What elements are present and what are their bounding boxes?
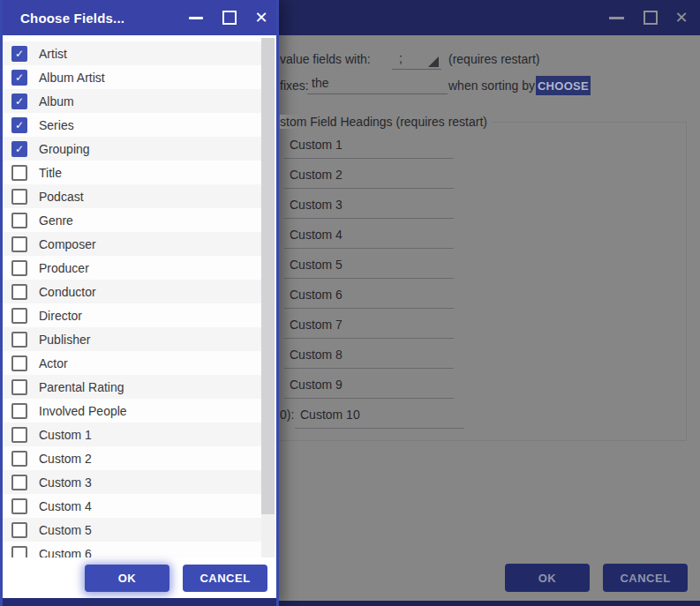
- checked-checkbox-icon[interactable]: ✓: [11, 70, 27, 86]
- field-row-custom-4[interactable]: Custom 4: [3, 494, 276, 518]
- field-row-custom-2[interactable]: Custom 2: [3, 446, 276, 470]
- unchecked-checkbox-icon[interactable]: [11, 546, 27, 558]
- options-cancel-button[interactable]: CANCEL: [603, 564, 688, 592]
- custom-field-input-5[interactable]: Custom 5: [284, 255, 454, 279]
- field-row-custom-1[interactable]: Custom 1: [3, 423, 276, 446]
- field-row-custom-6[interactable]: Custom 6: [3, 542, 276, 557]
- dialog-footer: OK CANCEL: [3, 557, 276, 598]
- unchecked-checkbox-icon[interactable]: [11, 475, 27, 490]
- field-row-publisher[interactable]: Publisher: [3, 327, 276, 351]
- unchecked-checkbox-icon[interactable]: [11, 260, 27, 276]
- choose-button[interactable]: CHOOSE: [536, 76, 591, 95]
- unchecked-checkbox-icon[interactable]: [11, 451, 27, 467]
- dialog-title: Choose Fields...: [20, 0, 124, 35]
- custom-field-input-1[interactable]: Custom 1: [284, 135, 454, 159]
- unchecked-checkbox-icon[interactable]: [11, 355, 27, 371]
- custom-field-input-10[interactable]: Custom 10: [295, 405, 464, 429]
- field-row-podcast[interactable]: Podcast: [3, 184, 276, 208]
- field-label: Title: [39, 166, 62, 180]
- field-row-grouping[interactable]: ✓Grouping: [3, 137, 276, 161]
- dialog-maximize-button[interactable]: [220, 0, 239, 35]
- checked-checkbox-icon[interactable]: ✓: [11, 117, 27, 133]
- unchecked-checkbox-icon[interactable]: [11, 189, 27, 205]
- field-label: Publisher: [39, 333, 90, 347]
- when-sorting-by-label: when sorting by: [448, 79, 535, 93]
- field-row-album[interactable]: ✓Album: [3, 89, 276, 113]
- custom-field-input-9[interactable]: Custom 9: [284, 375, 454, 399]
- cancel-button[interactable]: CANCEL: [183, 565, 267, 592]
- close-icon: ✕: [254, 8, 267, 27]
- field-row-series[interactable]: ✓Series: [3, 113, 276, 137]
- field-label: Custom 4: [39, 499, 92, 513]
- custom-field-input-3[interactable]: Custom 3: [284, 195, 454, 219]
- field-label: Custom 3: [39, 475, 92, 490]
- unchecked-checkbox-icon[interactable]: [11, 308, 27, 324]
- separator-restart-note: (requires restart): [448, 52, 539, 66]
- dialog-close-button[interactable]: ✕: [251, 0, 272, 35]
- options-ok-button[interactable]: OK: [505, 564, 590, 592]
- field-list: ✓Artist✓Album Artist✓Album✓Series✓Groupi…: [3, 35, 276, 557]
- dialog-right-border: [276, 0, 279, 606]
- maximize-icon: [222, 11, 237, 25]
- unchecked-checkbox-icon[interactable]: [11, 284, 27, 300]
- separator-dropdown-value[interactable]: ;: [399, 51, 403, 65]
- field-label: Parental Rating: [39, 380, 124, 394]
- unchecked-checkbox-icon[interactable]: [11, 498, 27, 514]
- custom-field-input-7[interactable]: Custom 7: [284, 315, 454, 339]
- field-row-composer[interactable]: Composer: [3, 232, 276, 256]
- screen: ✕ value fields with: ; (requires restart…: [0, 0, 700, 606]
- field-row-title[interactable]: Title: [3, 161, 276, 184]
- checked-checkbox-icon[interactable]: ✓: [11, 94, 27, 109]
- unchecked-checkbox-icon[interactable]: [11, 332, 27, 348]
- field-row-conductor[interactable]: Conductor: [3, 280, 276, 303]
- scrollbar-thumb[interactable]: [261, 38, 275, 514]
- field-row-genre[interactable]: Genre: [3, 208, 276, 232]
- field-label: Artist: [39, 47, 67, 61]
- minimize-icon: [609, 17, 624, 19]
- field-label: Conductor: [39, 285, 96, 299]
- field-row-artist[interactable]: ✓Artist: [3, 41, 276, 65]
- field-label: Series: [39, 118, 74, 132]
- dropdown-arrow-icon[interactable]: [428, 56, 439, 67]
- checked-checkbox-icon[interactable]: ✓: [11, 46, 27, 62]
- unchecked-checkbox-icon[interactable]: [11, 403, 27, 419]
- field-row-custom-3[interactable]: Custom 3: [3, 470, 276, 494]
- prefix-input[interactable]: the: [307, 76, 448, 94]
- field-row-actor[interactable]: Actor: [3, 351, 276, 375]
- field-row-director[interactable]: Director: [3, 303, 276, 327]
- field-label: Custom 6: [39, 547, 92, 558]
- list-scrollbar[interactable]: [261, 38, 275, 557]
- dialog-minimize-button[interactable]: [186, 0, 206, 35]
- field-label: Actor: [39, 356, 68, 370]
- custom-field-input-2[interactable]: Custom 2: [284, 165, 454, 189]
- options-close-button[interactable]: ✕: [671, 0, 692, 35]
- unchecked-checkbox-icon[interactable]: [11, 165, 27, 181]
- custom-field-input-8[interactable]: Custom 8: [284, 345, 454, 369]
- field-label: Custom 5: [39, 523, 92, 537]
- field-row-album-artist[interactable]: ✓Album Artist: [3, 65, 276, 89]
- unchecked-checkbox-icon[interactable]: [11, 379, 27, 395]
- separator-label-fragment: value fields with:: [280, 52, 371, 66]
- choose-fields-dialog: Choose Fields... ✕ ✓Artist✓Album Artist✓…: [0, 0, 279, 606]
- field-label: Director: [39, 309, 82, 323]
- field-row-producer[interactable]: Producer: [3, 256, 276, 280]
- ok-button[interactable]: OK: [85, 565, 169, 592]
- unchecked-checkbox-icon[interactable]: [11, 213, 27, 228]
- unchecked-checkbox-icon[interactable]: [11, 236, 27, 252]
- custom-field-input-6[interactable]: Custom 6: [284, 285, 454, 309]
- unchecked-checkbox-icon[interactable]: [11, 522, 27, 538]
- field-row-parental-rating[interactable]: Parental Rating: [3, 375, 276, 399]
- groupbox-title-fragment: stom Field Headings (requires restart): [280, 115, 491, 129]
- field-row-involved-people[interactable]: Involved People: [3, 399, 276, 423]
- field-row-custom-5[interactable]: Custom 5: [3, 518, 276, 542]
- custom10-label-fragment: 0):: [280, 408, 294, 422]
- custom-field-input-4[interactable]: Custom 4: [284, 225, 454, 249]
- field-label: Album Artist: [39, 71, 105, 85]
- checked-checkbox-icon[interactable]: ✓: [11, 141, 27, 157]
- unchecked-checkbox-icon[interactable]: [11, 427, 27, 443]
- separator-dropdown-underline: [392, 69, 441, 70]
- options-minimize-button[interactable]: [606, 0, 626, 35]
- field-label: Album: [39, 94, 74, 108]
- close-icon: ✕: [674, 8, 688, 27]
- options-maximize-button[interactable]: [641, 0, 660, 35]
